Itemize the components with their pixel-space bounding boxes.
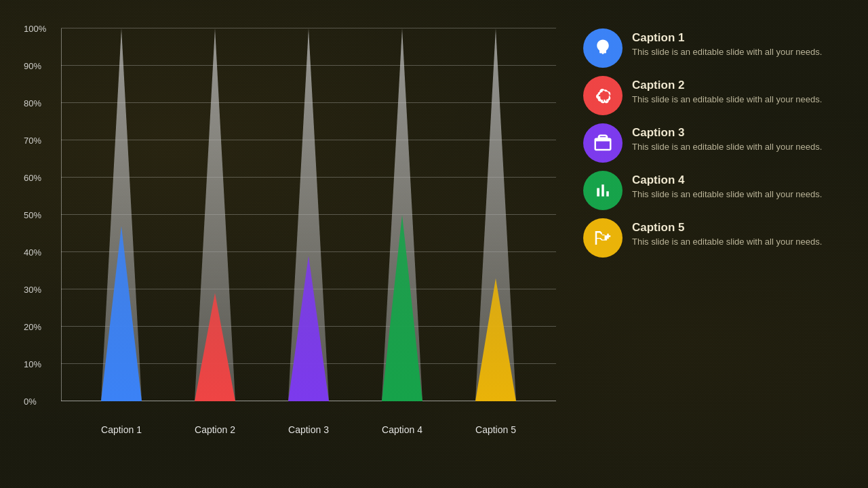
legend-item-2: Caption 2This slide is an editable slide… (583, 76, 848, 115)
y-axis-label: 0% (24, 396, 37, 407)
legend-desc-1: This slide is an editable slide with all… (632, 46, 822, 58)
x-axis-label: Caption 1 (101, 424, 142, 435)
legend-text-1: Caption 1This slide is an editable slide… (632, 28, 822, 58)
legend-item-3: Caption 3This slide is an editable slide… (583, 123, 848, 163)
chart-area: 0%10%20%30%40%50%60%70%80%90%100% Captio… (14, 22, 570, 442)
x-axis-label: Caption 5 (475, 424, 516, 435)
legend-icon-1 (583, 28, 623, 68)
legend-desc-4: This slide is an editable slide with all… (632, 188, 822, 201)
legend-icon-3 (583, 123, 623, 163)
legend-desc-5: This slide is an editable slide with all… (632, 236, 822, 248)
legend-title-1: Caption 1 (632, 31, 822, 45)
legend-title-3: Caption 3 (632, 126, 822, 140)
legend-icon-4 (583, 171, 623, 210)
legend-item-1: Caption 1This slide is an editable slide… (583, 28, 848, 68)
bars-container (61, 28, 556, 401)
x-axis-label: Caption 4 (382, 424, 422, 435)
y-axis-label: 100% (24, 24, 46, 34)
y-axis-label: 10% (24, 359, 41, 369)
y-axis-label: 30% (24, 285, 41, 295)
legend-desc-3: This slide is an editable slide with all… (632, 141, 822, 153)
x-axis-label: Caption 3 (288, 424, 329, 435)
legend-item-4: Caption 4This slide is an editable slide… (583, 171, 848, 210)
y-axis-label: 50% (24, 210, 41, 220)
x-axis-label: Caption 2 (195, 424, 235, 435)
legend-desc-2: This slide is an editable slide with all… (632, 94, 822, 106)
legend-item-5: Caption 5This slide is an editable slide… (583, 218, 848, 258)
y-axis-label: 90% (24, 61, 41, 71)
y-axis-label: 60% (24, 173, 41, 183)
legend-text-4: Caption 4This slide is an editable slide… (632, 171, 822, 201)
x-labels: Caption 1Caption 2Caption 3Caption 4Capt… (61, 424, 556, 435)
chart-section: 0%10%20%30%40%50%60%70%80%90%100% Captio… (14, 22, 570, 442)
legend-text-2: Caption 2This slide is an editable slide… (632, 76, 822, 106)
page-title (0, 0, 868, 22)
legend-icon-5 (583, 218, 623, 258)
legend-text-3: Caption 3This slide is an editable slide… (632, 123, 822, 153)
legend-title-5: Caption 5 (632, 221, 822, 235)
content-area: 0%10%20%30%40%50%60%70%80%90%100% Captio… (0, 22, 868, 449)
legend-icon-2 (583, 76, 623, 115)
legend-text-5: Caption 5This slide is an editable slide… (632, 218, 822, 248)
y-axis-label: 40% (24, 247, 41, 258)
y-axis-label: 20% (24, 322, 41, 332)
legend-section: Caption 1This slide is an editable slide… (583, 22, 854, 264)
y-axis-label: 70% (24, 136, 41, 146)
legend-title-2: Caption 2 (632, 79, 822, 92)
legend-title-4: Caption 4 (632, 174, 822, 187)
y-axis-label: 80% (24, 98, 41, 108)
